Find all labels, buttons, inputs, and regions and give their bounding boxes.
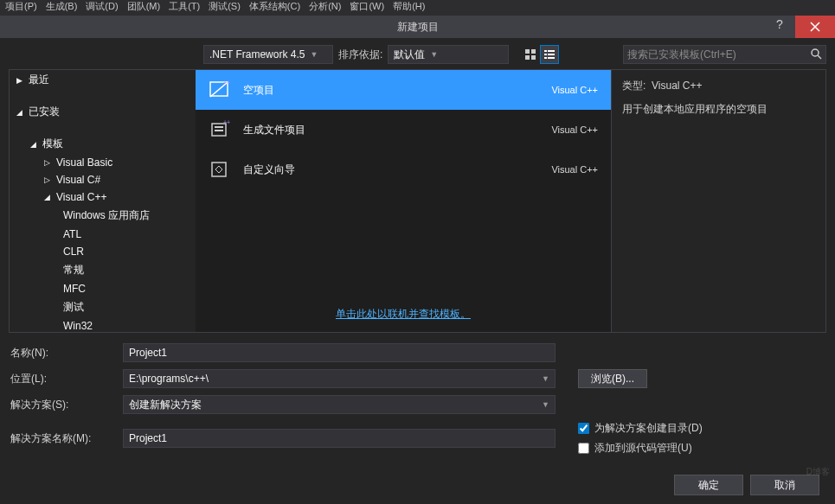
triangle-down-icon: ◢: [30, 140, 39, 149]
menu-item[interactable]: 项目(P): [5, 0, 37, 16]
sidebar-installed[interactable]: ◢已安装: [10, 102, 196, 122]
triangle-down-icon: ◢: [16, 108, 25, 117]
list-icon: [543, 48, 556, 61]
name-input[interactable]: [123, 343, 556, 362]
sort-label: 排序依据:: [338, 48, 382, 62]
sidebar-item-vcpp-child[interactable]: Windows 应用商店: [10, 206, 196, 226]
sidebar-item-vcpp-child[interactable]: 测试: [10, 297, 196, 317]
solution-name-label: 解决方案名称(M):: [10, 431, 123, 446]
watermark: D博客: [806, 466, 830, 478]
view-list-button[interactable]: [540, 45, 559, 64]
svg-text:++: ++: [223, 119, 230, 125]
main-panel: ▶最近 ◢已安装 ◢模板 ▷Visual Basic ▷Visual C# ◢V…: [9, 69, 826, 333]
menu-item[interactable]: 生成(B): [46, 0, 78, 16]
description-pane: 类型: Visual C++ 用于创建本地应用程序的空项目: [611, 70, 825, 332]
menu-item[interactable]: 窗口(W): [350, 0, 384, 16]
svg-rect-6: [544, 54, 547, 55]
template-item[interactable]: ++ 生成文件项目 Visual C++: [196, 110, 611, 150]
chevron-down-icon: ▼: [542, 374, 549, 383]
chevron-down-icon: ▼: [310, 50, 318, 59]
svg-rect-15: [215, 130, 223, 131]
grid-icon: [524, 48, 536, 61]
sidebar: ▶最近 ◢已安装 ◢模板 ▷Visual Basic ▷Visual C# ◢V…: [10, 70, 196, 332]
svg-rect-5: [548, 50, 555, 52]
svg-rect-7: [548, 54, 555, 55]
chevron-down-icon: ▼: [542, 400, 549, 409]
search-box[interactable]: [623, 45, 826, 64]
template-lang: Visual C++: [551, 85, 598, 95]
templates-list: ++ 空项目 Visual C++ ++ 生成文件项目 Visual C++ 自…: [196, 70, 611, 332]
description-text: 用于创建本地应用程序的空项目: [622, 102, 815, 117]
dialog-footer: 确定 取消: [9, 469, 826, 504]
chevron-down-icon: ▼: [430, 50, 438, 59]
project-form: 名称(N): 位置(L): E:\programs\c++\ ▼ 浏览(B)..…: [9, 333, 826, 469]
search-input[interactable]: [627, 48, 810, 61]
menubar[interactable]: 项目(P) 生成(B) 调试(D) 团队(M) 工具(T) 测试(S) 体系结构…: [0, 0, 835, 16]
menu-item[interactable]: 团队(M): [127, 0, 161, 16]
location-dropdown[interactable]: E:\programs\c++\ ▼: [123, 369, 556, 388]
menu-item[interactable]: 测试(S): [209, 0, 241, 16]
menu-item[interactable]: 调试(D): [86, 0, 118, 16]
sidebar-item-vcs[interactable]: ▷Visual C#: [10, 171, 196, 188]
sidebar-item-vcpp-child[interactable]: MFC: [10, 280, 196, 297]
menu-item[interactable]: 分析(N): [309, 0, 341, 16]
solution-label: 解决方案(S):: [10, 398, 123, 412]
triangle-right-icon: ▷: [44, 175, 53, 184]
location-label: 位置(L):: [10, 372, 123, 386]
template-name: 自定义向导: [243, 163, 539, 177]
name-label: 名称(N):: [10, 346, 123, 360]
triangle-down-icon: ◢: [44, 193, 53, 201]
solution-dropdown[interactable]: 创建新解决方案 ▼: [123, 395, 556, 414]
svg-rect-14: [215, 126, 223, 128]
close-button[interactable]: [795, 16, 835, 38]
sidebar-item-vb[interactable]: ▷Visual Basic: [10, 154, 196, 171]
solution-name-input[interactable]: [123, 429, 556, 448]
help-button[interactable]: ?: [769, 17, 790, 31]
template-item[interactable]: 自定义向导 Visual C++: [196, 150, 611, 189]
triangle-right-icon: ▷: [44, 158, 53, 167]
create-dir-checkbox[interactable]: 为解决方案创建目录(D): [578, 421, 703, 436]
template-name: 空项目: [243, 83, 539, 98]
sort-dropdown[interactable]: 默认值 ▼: [388, 45, 509, 64]
menu-item[interactable]: 工具(T): [169, 0, 200, 16]
sort-value: 默认值: [394, 48, 425, 62]
online-templates-link[interactable]: 单击此处以联机并查找模板。: [196, 297, 611, 332]
ok-button[interactable]: 确定: [674, 475, 743, 495]
svg-rect-2: [525, 55, 530, 60]
source-control-checkbox[interactable]: 添加到源代码管理(U): [578, 441, 703, 456]
framework-value: .NET Framework 4.5: [209, 48, 305, 61]
sidebar-item-vcpp-child[interactable]: ATL: [10, 226, 196, 243]
template-lang: Visual C++: [551, 164, 598, 175]
menu-item[interactable]: 体系结构(C): [249, 0, 300, 16]
browse-button[interactable]: 浏览(B)...: [578, 369, 647, 388]
sidebar-recent[interactable]: ▶最近: [10, 70, 196, 90]
sidebar-item-vcpp-child[interactable]: CLR: [10, 243, 196, 260]
svg-point-10: [812, 49, 819, 56]
sidebar-item-vcpp-child[interactable]: 常规: [10, 260, 196, 280]
titlebar: 新建项目 ?: [0, 16, 835, 38]
menu-item[interactable]: 帮助(H): [393, 0, 425, 16]
close-icon: [810, 22, 820, 32]
sidebar-item-vcpp[interactable]: ◢Visual C++: [10, 188, 196, 206]
sidebar-item-vcpp-child[interactable]: Win32: [10, 317, 196, 332]
svg-text:++: ++: [223, 80, 230, 86]
svg-rect-8: [544, 57, 547, 59]
triangle-right-icon: ▶: [16, 76, 25, 85]
view-grid-button[interactable]: [521, 45, 540, 64]
framework-dropdown[interactable]: .NET Framework 4.5 ▼: [203, 45, 333, 64]
search-icon: [810, 48, 822, 62]
svg-rect-3: [531, 55, 536, 60]
template-icon: ++: [209, 80, 231, 100]
template-item[interactable]: ++ 空项目 Visual C++: [196, 70, 611, 110]
view-toggle: [521, 45, 559, 64]
svg-rect-9: [548, 57, 555, 59]
svg-rect-1: [531, 49, 536, 54]
svg-rect-17: [212, 163, 226, 176]
type-value: Visual C++: [652, 80, 702, 92]
template-icon: ++: [209, 119, 231, 140]
template-name: 生成文件项目: [243, 123, 539, 137]
toolbar: .NET Framework 4.5 ▼ 排序依据: 默认值 ▼: [9, 45, 826, 64]
template-icon: [209, 159, 231, 180]
sidebar-templates[interactable]: ◢模板: [10, 134, 196, 154]
template-lang: Visual C++: [551, 124, 598, 135]
